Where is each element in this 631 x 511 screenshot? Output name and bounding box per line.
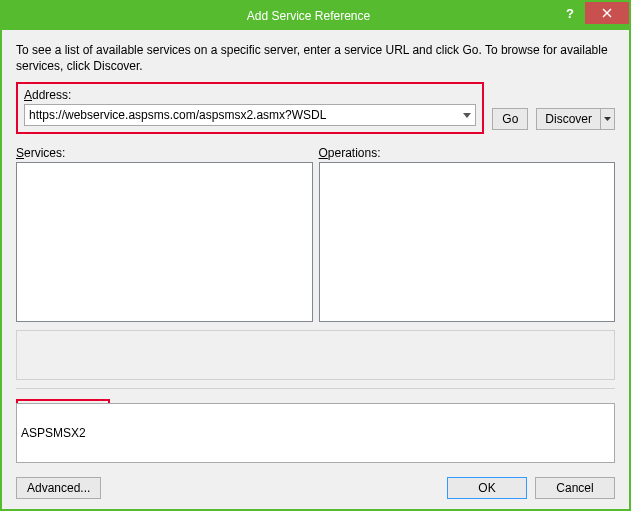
address-label: Address:	[24, 88, 476, 102]
window-title: Add Service Reference	[2, 9, 555, 23]
chevron-down-icon	[604, 117, 611, 121]
operations-label: Operations:	[319, 146, 616, 160]
address-dropdown-button[interactable]	[459, 105, 475, 125]
dialog-window: Add Service Reference ? To see a list of…	[0, 0, 631, 511]
title-controls: ?	[555, 2, 629, 30]
services-list[interactable]	[16, 162, 313, 322]
help-button[interactable]: ?	[555, 2, 585, 24]
services-pane: Services:	[16, 146, 313, 322]
discover-dropdown-button[interactable]	[600, 108, 615, 130]
svg-marker-2	[463, 113, 471, 118]
operations-pane: Operations:	[319, 146, 616, 322]
cancel-button[interactable]: Cancel	[535, 477, 615, 499]
svg-marker-3	[604, 117, 611, 121]
panes-row: Services: Operations:	[16, 146, 615, 322]
namespace-input[interactable]	[16, 403, 615, 463]
services-label: Services:	[16, 146, 313, 160]
ok-button[interactable]: OK	[447, 477, 527, 499]
close-icon	[602, 8, 612, 18]
titlebar: Add Service Reference ?	[2, 2, 629, 30]
address-highlight: Address:	[16, 82, 484, 134]
discover-button[interactable]: Discover	[536, 108, 600, 130]
close-button[interactable]	[585, 2, 629, 24]
dialog-footer: Advanced... OK Cancel	[16, 477, 615, 499]
intro-text: To see a list of available services on a…	[16, 42, 615, 74]
status-panel	[16, 330, 615, 380]
operations-list[interactable]	[319, 162, 616, 322]
discover-split-button[interactable]: Discover	[536, 108, 615, 130]
chevron-down-icon	[463, 113, 471, 118]
dialog-content: To see a list of available services on a…	[2, 30, 629, 509]
address-input[interactable]	[25, 105, 459, 125]
go-button[interactable]: Go	[492, 108, 528, 130]
advanced-button[interactable]: Advanced...	[16, 477, 101, 499]
address-combobox[interactable]	[24, 104, 476, 126]
separator	[16, 388, 615, 389]
